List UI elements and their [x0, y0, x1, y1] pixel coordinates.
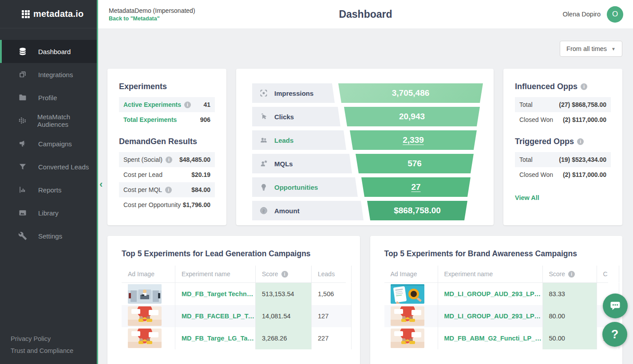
funnel-row-mqls: MQLs 576	[252, 154, 483, 173]
time-range-dropdown[interactable]: From all times ▼	[560, 41, 622, 57]
leads-cell: 227	[312, 327, 352, 349]
stat-row-cost-per-opportunity: Cost per Opportunity $1,796.00	[119, 197, 215, 212]
opps-card: Influenced Opps i Total (27) $868,758.00…	[503, 69, 622, 225]
sidebar-item-campaigns[interactable]: Campaigns	[0, 132, 97, 155]
active-experiments-link[interactable]: Active Experiments i	[123, 101, 191, 108]
sidebar: metadata.io Dashboard Integrations Profi…	[0, 0, 98, 364]
sidebar-collapse-chevron[interactable]: ‹	[99, 179, 103, 190]
back-to-metadata-link[interactable]: Back to "Metadata"	[109, 16, 195, 22]
sidebar-item-label: MetaMatch Audiences	[37, 113, 97, 128]
triggered-closed-won-label: Closed Won	[519, 171, 553, 178]
view-all-link[interactable]: View All	[515, 194, 539, 201]
dashboard-content: From all times ▼ Experiments Active Expe…	[98, 28, 633, 364]
ad-image-cell	[384, 305, 438, 327]
experiment-link[interactable]: MD_LI_GROUP_AUD_293_LP_CT…	[444, 313, 542, 320]
stat-row-cost-per-lead: Cost per Lead $20.19	[119, 167, 215, 182]
app-root: metadata.io Dashboard Integrations Profi…	[0, 0, 633, 364]
ad-image-beach[interactable]	[391, 329, 424, 348]
sidebar-item-label: Integrations	[38, 71, 73, 78]
influenced-closed-won-label: Closed Won	[519, 116, 553, 123]
svg-text:$: $	[262, 208, 265, 213]
user-block: Olena Dopiro O	[563, 6, 633, 23]
funnel-row-opportunities: Opportunities 27	[252, 177, 483, 197]
score-cell: 83.33	[543, 283, 597, 305]
col-leads: Leads	[312, 266, 352, 282]
ad-image-tablet[interactable]	[391, 284, 424, 304]
funnel-bar-leads: 2,339	[350, 130, 477, 150]
topbar: MetadataDemo (Impersonated) Back to "Met…	[98, 0, 633, 28]
experiment-link[interactable]: MD_LI_GROUP_AUD_293_LP_We…	[444, 290, 542, 297]
cursor-click-icon	[259, 112, 269, 121]
sidebar-item-label: Settings	[38, 232, 62, 240]
leads-link[interactable]: Leads	[274, 137, 293, 144]
cost-per-lead-label: Cost per Lead	[123, 171, 162, 178]
funnel-label-leads: Leads	[252, 130, 346, 150]
total-experiments-link[interactable]: Total Experiments	[123, 116, 177, 123]
help-button[interactable]: ?	[602, 322, 627, 347]
ad-image-beach[interactable]	[391, 306, 424, 326]
funnel-label-mqls: MQLs	[252, 154, 352, 173]
logo[interactable]: metadata.io	[0, 0, 97, 28]
experiment-link[interactable]: MD_FB_Targe_LG_Tar…	[182, 335, 255, 342]
sidebar-item-metamatch-audiences[interactable]: MetaMatch Audiences	[0, 109, 97, 132]
info-icon[interactable]: i	[581, 83, 587, 90]
sidebar-item-reports[interactable]: Reports	[0, 178, 97, 201]
sidebar-item-library[interactable]: Library	[0, 201, 97, 224]
info-icon[interactable]: i	[166, 157, 172, 163]
score-cell: 3,268.26	[256, 327, 312, 349]
ad-image-beach[interactable]	[128, 306, 162, 326]
experiments-title: Experiments	[119, 82, 215, 91]
privacy-policy-link[interactable]: Privacy Policy	[11, 333, 73, 345]
table-header: Ad Image Experiment name Scorei Leads	[122, 266, 346, 283]
leads-value-link[interactable]: 2,339	[403, 135, 424, 145]
info-icon[interactable]: i	[281, 271, 288, 278]
brand-awareness-table-title: Top 5 Experiments for Brand Awareness Ca…	[384, 249, 609, 258]
leads-cell: 1,506	[312, 283, 352, 305]
experiment-name-cell: MD_LI_GROUP_AUD_293_LP_We…	[438, 283, 543, 305]
sidebar-item-converted-leads[interactable]: Converted Leads	[0, 155, 97, 178]
stat-row-spent-social: Spent (Social) i $48,485.00	[119, 152, 215, 167]
folder-icon	[18, 93, 28, 102]
cost-per-lead-value: $20.19	[191, 171, 210, 178]
influenced-total-row: Total (27) $868,758.00	[515, 97, 611, 112]
info-icon[interactable]: i	[165, 187, 172, 193]
col-score: Scorei	[543, 266, 597, 282]
funnel-bar-opportunities: 27	[361, 177, 471, 197]
sidebar-item-integrations[interactable]: Integrations	[0, 63, 97, 86]
metadata-grid-icon	[22, 10, 30, 18]
funnel-label-impressions: Impressions	[252, 83, 335, 103]
col-clicks: C	[597, 266, 619, 282]
funnel-bar-impressions: 3,705,486	[338, 83, 483, 103]
opportunities-link[interactable]: Opportunities	[274, 184, 318, 191]
funnel-row-impressions: Impressions 3,705,486	[252, 83, 483, 103]
influenced-total-value: (27) $868,758.00	[559, 101, 606, 108]
experiment-name-cell: MD_FB_Targe_LG_Tar…	[175, 327, 256, 349]
col-experiment-name: Experiment name	[175, 266, 256, 282]
chevron-down-icon: ▼	[611, 47, 616, 51]
col-experiment-name: Experiment name	[438, 266, 543, 282]
avatar[interactable]: O	[607, 6, 623, 23]
experiment-link[interactable]: MD_FB_FACEB_LP_Ta…	[182, 313, 255, 320]
sidebar-item-label: Converted Leads	[38, 163, 89, 171]
sidebar-item-dashboard[interactable]: Dashboard	[0, 40, 97, 63]
chat-button[interactable]	[603, 294, 628, 318]
experiment-link[interactable]: MD_FB_Target Techn…	[182, 290, 253, 297]
ad-image-cell	[122, 283, 175, 305]
info-icon[interactable]: i	[577, 138, 584, 145]
sidebar-item-profile[interactable]: Profile	[0, 86, 97, 109]
info-icon[interactable]: i	[568, 271, 575, 278]
ad-image-office[interactable]	[128, 284, 162, 304]
ad-image-cell	[122, 305, 175, 327]
experiment-link[interactable]: MD_FB_ABM_G2_Functi_LP_De…	[444, 335, 542, 342]
database-icon	[18, 47, 28, 56]
cost-per-opportunity-label: Cost per Opportunity	[123, 201, 181, 208]
time-range-value: From all times	[566, 45, 607, 52]
triggered-total-value: (19) $523,434.00	[559, 156, 606, 163]
opportunities-value-link[interactable]: 27	[411, 182, 420, 192]
ad-image-beach[interactable]	[128, 329, 162, 348]
sidebar-item-settings[interactable]: Settings	[0, 224, 97, 247]
spent-social-value: $48,485.00	[179, 156, 210, 163]
trust-compliance-link[interactable]: Trust and Compliance	[11, 345, 73, 357]
chat-bubble-icon	[609, 300, 621, 312]
info-icon[interactable]: i	[184, 102, 191, 108]
